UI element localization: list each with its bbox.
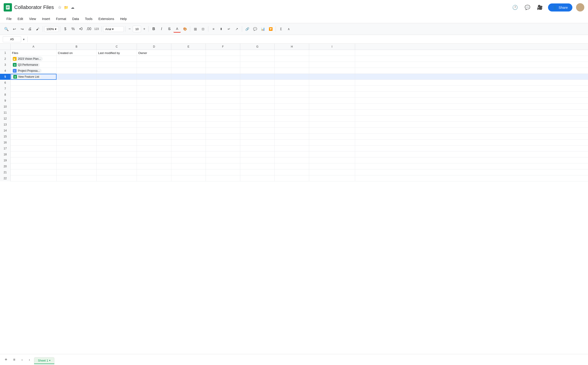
search-button[interactable]: 🔍 [3,25,10,33]
cell-d2[interactable] [137,56,171,62]
cell-d5[interactable] [137,74,171,80]
cell-i5[interactable] [309,74,355,80]
menu-file[interactable]: File [4,16,14,22]
cell-a1[interactable]: Files [11,50,56,56]
cell-d16[interactable] [137,140,171,146]
menu-help[interactable]: Help [117,16,130,22]
cell-i4[interactable] [309,68,355,74]
print-button[interactable]: 🖨 [26,25,34,33]
cell-f13[interactable] [206,122,240,127]
cell-h14[interactable] [275,127,309,133]
cell-a17[interactable] [11,146,56,151]
cell-b8[interactable] [56,92,97,98]
cell-a21[interactable] [11,169,56,175]
bold-button[interactable]: B [150,25,157,33]
formula-input[interactable] [30,36,585,42]
cell-i15[interactable] [309,133,355,140]
cell-d18[interactable] [137,151,171,157]
drive-icon[interactable]: 📁 [64,5,68,10]
menu-data[interactable]: Data [69,16,82,22]
cell-h8[interactable] [275,92,309,98]
cell-f20[interactable] [206,163,240,169]
cell-c4[interactable] [97,68,137,74]
sheet-scroll-left-button[interactable]: ‹ [19,357,25,363]
col-header-h[interactable]: H [275,44,309,50]
cell-i6[interactable] [309,80,355,86]
collapse-button[interactable]: ∧ [285,25,292,33]
decrease-decimal-button[interactable]: •0 [77,25,84,33]
cell-e2[interactable] [171,56,206,62]
cell-c20[interactable] [97,163,137,169]
cell-a6[interactable] [11,80,56,86]
cell-i1[interactable] [309,50,355,56]
cell-a14[interactable] [11,127,56,133]
user-avatar[interactable] [576,3,584,12]
col-header-a[interactable]: A [11,44,56,50]
cell-d10[interactable] [137,104,171,110]
cell-a12[interactable] [11,116,56,122]
cell-d3[interactable] [137,62,171,68]
cell-d21[interactable] [137,169,171,175]
cell-e4[interactable] [171,68,206,74]
cell-h16[interactable] [275,140,309,146]
cell-i8[interactable] [309,92,355,98]
menu-tools[interactable]: Tools [82,16,95,22]
cell-f8[interactable] [206,92,240,98]
cell-i17[interactable] [309,146,355,151]
cell-c3[interactable] [97,62,137,68]
cell-b17[interactable] [56,146,97,151]
cell-b16[interactable] [56,140,97,146]
cell-b13[interactable] [56,122,97,127]
cell-a2[interactable]: ▶ 2023 Vision Plan... [11,56,56,62]
strikethrough-button[interactable]: S [166,25,173,33]
cell-i11[interactable] [309,110,355,116]
currency-button[interactable]: $ [62,25,69,33]
cell-g15[interactable] [240,133,275,140]
cell-f12[interactable] [206,116,240,122]
cell-a19[interactable] [11,157,56,163]
cell-e21[interactable] [171,169,206,175]
cell-b14[interactable] [56,127,97,133]
cell-h3[interactable] [275,62,309,68]
cell-d17[interactable] [137,146,171,151]
sheet-menu-button[interactable]: ≡ [11,357,17,363]
cell-b7[interactable] [56,86,97,92]
cell-b20[interactable] [56,163,97,169]
cell-h7[interactable] [275,86,309,92]
cell-i20[interactable] [309,163,355,169]
cell-g20[interactable] [240,163,275,169]
merge-cells-button[interactable]: ⊡ [199,25,207,33]
cell-e18[interactable] [171,151,206,157]
cell-a10[interactable] [11,104,56,110]
cell-h9[interactable] [275,98,309,104]
cell-e12[interactable] [171,116,206,122]
cell-f11[interactable] [206,110,240,116]
borders-button[interactable]: ⊞ [191,25,199,33]
cell-c11[interactable] [97,110,137,116]
cell-i7[interactable] [309,86,355,92]
paint-format-button[interactable]: 🖌 [34,25,41,33]
cell-i10[interactable] [309,104,355,110]
cell-d4[interactable] [137,68,171,74]
increase-decimal-button[interactable]: .00 [85,25,92,33]
cell-b5[interactable] [56,74,97,80]
cell-g6[interactable] [240,80,275,86]
cell-c9[interactable] [97,98,137,104]
cell-h12[interactable] [275,116,309,122]
cell-d9[interactable] [137,98,171,104]
history-button[interactable]: 🕐 [511,3,520,12]
col-header-e[interactable]: E [171,44,206,50]
italic-button[interactable]: I [158,25,165,33]
cell-b12[interactable] [56,116,97,122]
cell-d12[interactable] [137,116,171,122]
cell-g16[interactable] [240,140,275,146]
cell-e6[interactable] [171,80,206,86]
cell-e10[interactable] [171,104,206,110]
font-selector[interactable]: Arial ▾ [103,26,124,32]
cell-c6[interactable] [97,80,137,86]
cell-i3[interactable] [309,62,355,68]
cell-f17[interactable] [206,146,240,151]
col-header-g[interactable]: G [240,44,275,50]
text-color-button[interactable]: A [173,25,181,33]
col-header-i[interactable]: I [309,44,355,50]
